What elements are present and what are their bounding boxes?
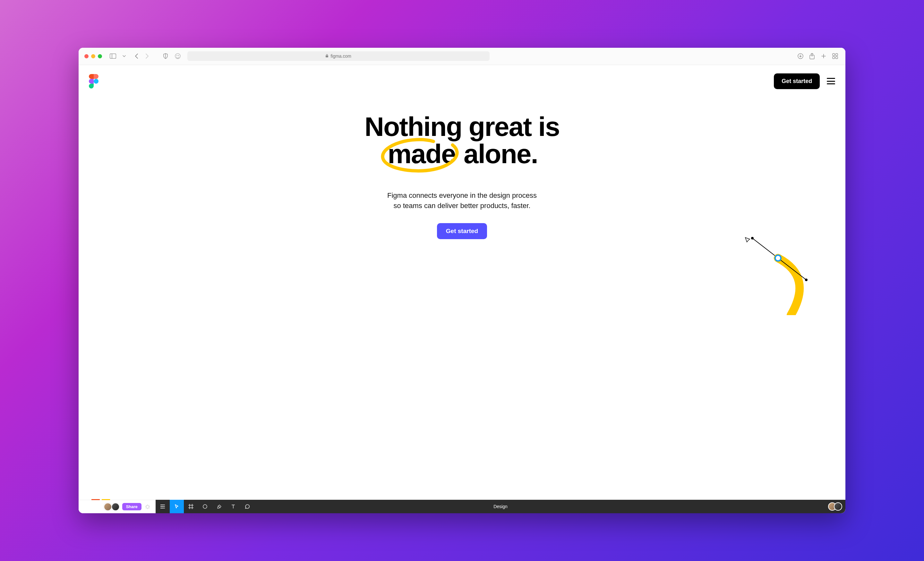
pen-vector-decoration bbox=[740, 232, 823, 315]
shield-icon[interactable] bbox=[161, 52, 170, 61]
toolbar-mode-label[interactable]: Design bbox=[494, 504, 507, 509]
svg-point-14 bbox=[805, 278, 807, 281]
figma-logo[interactable] bbox=[89, 74, 99, 88]
figma-editor-preview: Share bbox=[79, 500, 845, 513]
avatar[interactable] bbox=[104, 503, 112, 511]
hero-headline: Nothing great is made alone. bbox=[364, 113, 559, 168]
figma-toolbar: Design bbox=[156, 500, 845, 513]
svg-point-4 bbox=[177, 55, 177, 56]
safari-window: figma.com bbox=[79, 48, 845, 513]
new-tab-icon[interactable] bbox=[819, 52, 828, 61]
hero-section: Nothing great is made alone. Figma conne… bbox=[79, 113, 845, 239]
toolbar-menu-icon[interactable] bbox=[156, 500, 170, 513]
safari-toolbar: figma.com bbox=[79, 48, 845, 65]
menu-icon[interactable] bbox=[827, 78, 835, 84]
headline-word-after: alone. bbox=[464, 139, 538, 169]
lock-icon bbox=[326, 54, 328, 58]
svg-rect-0 bbox=[110, 54, 116, 59]
move-tool-icon[interactable] bbox=[170, 500, 184, 513]
minimize-window-button[interactable] bbox=[91, 54, 95, 58]
svg-rect-9 bbox=[832, 54, 835, 56]
text-tool-icon[interactable] bbox=[226, 500, 240, 513]
svg-rect-12 bbox=[836, 57, 838, 59]
downloads-icon[interactable] bbox=[796, 52, 805, 61]
svg-point-15 bbox=[775, 255, 781, 261]
frame-tool-icon[interactable] bbox=[184, 500, 198, 513]
chevron-down-icon[interactable] bbox=[121, 52, 128, 61]
url-text: figma.com bbox=[330, 54, 351, 59]
headline-circled-word: made bbox=[388, 139, 455, 169]
shape-tool-icon[interactable] bbox=[198, 500, 212, 513]
fullscreen-window-button[interactable] bbox=[98, 54, 102, 58]
back-button[interactable] bbox=[132, 52, 141, 61]
pen-tool-icon[interactable] bbox=[212, 500, 226, 513]
share-icon[interactable] bbox=[807, 52, 816, 61]
share-button[interactable]: Share bbox=[122, 503, 141, 510]
sidebar-toggle-icon[interactable] bbox=[108, 52, 117, 61]
close-window-button[interactable] bbox=[84, 54, 88, 58]
sparkle-icon[interactable] bbox=[144, 503, 151, 510]
svg-rect-10 bbox=[836, 54, 838, 56]
get-started-hero-button[interactable]: Get started bbox=[437, 223, 487, 239]
hero-subhead: Figma connects everyone in the design pr… bbox=[387, 190, 537, 211]
tab-overview-icon[interactable] bbox=[831, 52, 840, 61]
collab-bar: Share bbox=[79, 500, 156, 513]
site-header: Get started bbox=[89, 73, 835, 89]
avatar[interactable] bbox=[111, 503, 120, 511]
svg-point-5 bbox=[178, 55, 179, 56]
comment-tool-icon[interactable] bbox=[240, 500, 254, 513]
get-started-header-button[interactable]: Get started bbox=[774, 73, 820, 89]
forward-button[interactable] bbox=[142, 52, 152, 61]
svg-rect-11 bbox=[832, 57, 835, 59]
headline-line1: Nothing great is bbox=[364, 113, 559, 141]
avatar[interactable] bbox=[834, 502, 842, 511]
extension-icon[interactable] bbox=[173, 52, 182, 61]
url-bar[interactable]: figma.com bbox=[188, 51, 490, 61]
svg-point-23 bbox=[203, 504, 207, 509]
window-traffic-lights bbox=[84, 54, 102, 58]
svg-rect-6 bbox=[326, 55, 328, 57]
reload-icon[interactable] bbox=[482, 54, 486, 59]
figma-landing-page: Get started Nothing great is made alone. bbox=[79, 65, 845, 513]
